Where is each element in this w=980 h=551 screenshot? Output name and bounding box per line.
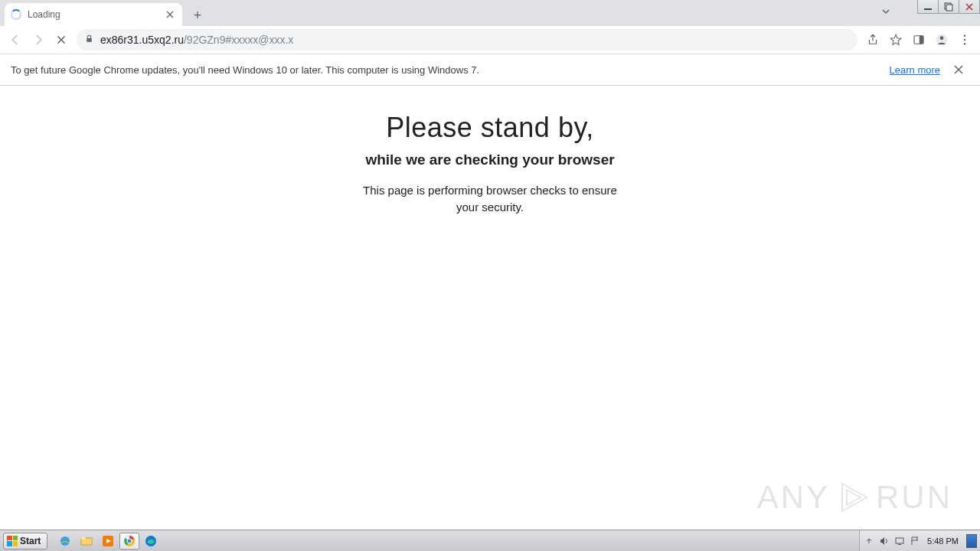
update-infobar: To get future Google Chrome updates, you… — [0, 54, 980, 86]
bookmark-button[interactable] — [885, 29, 906, 51]
anyrun-watermark: ANY RUN — [757, 479, 952, 516]
address-bar[interactable]: ex86r31.u5xq2.ru/92GZn9#xxxxx@xxx.x — [77, 29, 858, 51]
svg-rect-0 — [924, 8, 932, 10]
page-heading: Please stand by, — [386, 112, 594, 144]
svg-point-7 — [940, 36, 944, 40]
lock-icon — [84, 34, 94, 46]
watermark-right: RUN — [876, 479, 952, 516]
page-body: This page is performing browser checks t… — [352, 182, 628, 216]
svg-point-8 — [964, 35, 965, 37]
url-host: ex86r31.u5xq2.ru — [100, 34, 184, 46]
window-maximize-button[interactable] — [938, 0, 959, 14]
taskbar-ie-icon[interactable] — [55, 533, 75, 549]
taskbar-edge-icon[interactable] — [141, 533, 161, 549]
back-button[interactable] — [5, 29, 26, 51]
svg-rect-20 — [896, 538, 903, 543]
new-tab-button[interactable]: + — [187, 5, 208, 26]
tray-devices-icon[interactable] — [893, 535, 906, 547]
svg-rect-5 — [920, 36, 923, 44]
show-desktop-button[interactable] — [966, 534, 977, 548]
svg-point-10 — [964, 43, 965, 44]
tab-strip: Loading + — [0, 0, 980, 26]
quick-launch — [55, 533, 161, 549]
window-minimize-button[interactable] — [917, 0, 939, 14]
window-controls — [918, 0, 980, 14]
tray-flag-icon[interactable] — [909, 535, 921, 547]
infobar-message: To get future Google Chrome updates, you… — [11, 64, 479, 76]
loading-spinner-icon — [11, 9, 21, 20]
browser-toolbar: ex86r31.u5xq2.ru/92GZn9#xxxxx@xxx.x — [0, 26, 980, 54]
svg-rect-2 — [946, 5, 952, 11]
tab-search-button[interactable] — [880, 6, 891, 20]
tab-close-button[interactable] — [164, 8, 176, 21]
start-label: Start — [20, 536, 41, 546]
tray-volume-icon[interactable] — [878, 535, 890, 547]
watermark-left: ANY — [757, 479, 830, 516]
svg-rect-21 — [898, 544, 901, 545]
taskbar-chrome-icon[interactable] — [119, 533, 139, 549]
learn-more-link[interactable]: Learn more — [890, 64, 940, 76]
svg-rect-13 — [81, 537, 86, 540]
page-subheading: while we are checking your browser — [365, 152, 614, 168]
infobar-close-button[interactable] — [948, 59, 969, 80]
url-path: /92GZn9#xxxxx@xxx.x — [184, 34, 293, 46]
tray-clock[interactable]: 5:48 PM — [924, 536, 962, 546]
stop-reload-button[interactable] — [51, 29, 72, 51]
tray-expand-icon[interactable] — [863, 535, 875, 547]
svg-rect-3 — [87, 38, 92, 42]
play-icon — [835, 479, 871, 516]
side-panel-button[interactable] — [908, 29, 929, 51]
taskbar-media-icon[interactable] — [98, 533, 118, 549]
taskbar-explorer-icon[interactable] — [77, 533, 96, 549]
share-button[interactable] — [862, 29, 884, 51]
chrome-menu-button[interactable] — [954, 29, 975, 51]
profile-button[interactable] — [931, 29, 952, 51]
window-close-button[interactable] — [959, 0, 980, 14]
tab-title: Loading — [28, 9, 60, 20]
system-tray: 5:48 PM — [859, 530, 980, 551]
windows-taskbar: Start 5:48 PM — [0, 530, 980, 551]
forward-button[interactable] — [28, 29, 49, 51]
page-content: Please stand by, while we are checking y… — [0, 86, 980, 530]
url-text: ex86r31.u5xq2.ru/92GZn9#xxxxx@xxx.x — [100, 34, 293, 46]
windows-logo-icon — [7, 536, 18, 546]
browser-tab[interactable]: Loading — [5, 3, 182, 26]
start-button[interactable]: Start — [3, 533, 47, 549]
svg-point-9 — [964, 39, 965, 41]
